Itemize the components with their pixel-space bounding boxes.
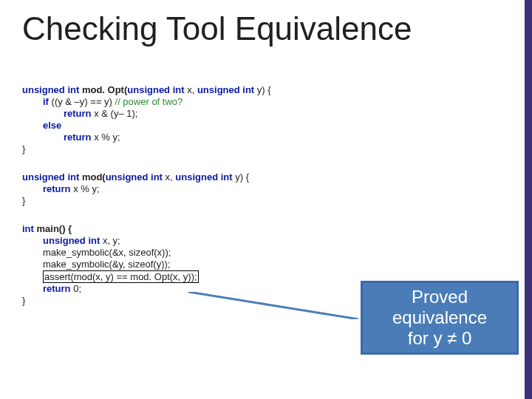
code-block-mod: unsigned int mod(unsigned int x, unsigne… — [22, 171, 249, 207]
code-block-main: int main() { unsigned int x, y; make_sym… — [22, 223, 199, 307]
param-type: unsigned int — [197, 84, 254, 95]
text: ((y & –y) == y) — [49, 96, 115, 107]
text: y) { — [254, 84, 270, 95]
keyword-if: if — [43, 96, 49, 107]
param-type: unsigned int — [127, 84, 184, 95]
text: make_symbolic(&y, sizeof(y)); — [43, 259, 170, 270]
keyword-return: return — [43, 283, 71, 294]
brace-close: } — [22, 295, 25, 306]
text: x % y; — [71, 183, 100, 194]
text: y) { — [233, 171, 249, 183]
text: x, — [185, 84, 197, 95]
function-name: mod( — [79, 171, 105, 183]
function-name: mod. Opt( — [79, 84, 127, 95]
text: x % y; — [92, 132, 120, 143]
slide: Checking Tool Equivalence unsigned int m… — [0, 0, 532, 399]
keyword: unsigned int — [22, 171, 79, 183]
slide-title: Checking Tool Equivalence — [22, 10, 412, 47]
text: make_symbolic(&x, sizeof(x)); — [43, 247, 171, 258]
keyword-return: return — [43, 183, 71, 194]
code-block-modopt: unsigned int mod. Opt(unsigned int x, un… — [22, 84, 271, 155]
keyword: unsigned int — [43, 235, 100, 246]
keyword: int — [22, 223, 34, 234]
keyword-return: return — [64, 108, 92, 119]
callout-line-2: equivalence — [392, 307, 487, 327]
side-accent-bar — [525, 0, 532, 399]
text: 0; — [71, 283, 81, 294]
keyword-return: return — [64, 132, 92, 143]
comment: // power of two? — [115, 96, 183, 107]
text: assert(mod(x, y) == mod. Opt(x, y)); — [44, 271, 197, 282]
function-name: main() { — [34, 223, 72, 234]
callout-line-1: Proved — [412, 287, 468, 307]
keyword: unsigned int — [22, 84, 79, 95]
brace-close: } — [22, 143, 25, 154]
connector-line — [188, 292, 358, 319]
svg-line-0 — [188, 292, 358, 319]
callout-box: Proved equivalence for y ≠ 0 — [361, 281, 519, 355]
callout-text: Proved equivalence for y ≠ 0 — [392, 287, 487, 349]
assert-boxed-line: assert(mod(x, y) == mod. Opt(x, y)); — [43, 270, 199, 283]
param-type: unsigned int — [106, 171, 163, 183]
callout-line-3: for y ≠ 0 — [408, 328, 472, 348]
keyword-else: else — [43, 120, 61, 131]
text: x & (y– 1); — [92, 108, 138, 119]
brace-close: } — [22, 195, 25, 206]
param-type: unsigned int — [175, 171, 232, 183]
text: x, — [163, 171, 175, 183]
text: x, y; — [100, 235, 120, 246]
